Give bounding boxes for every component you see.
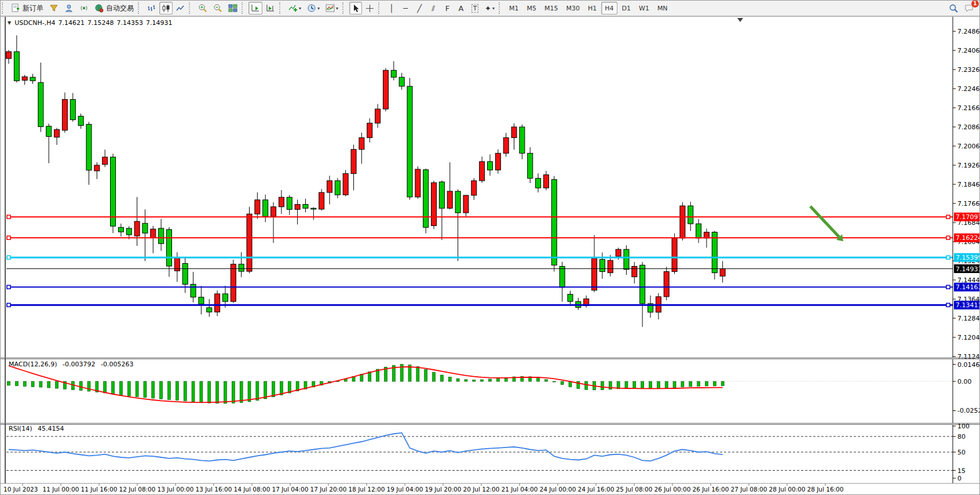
level-marker-right[interactable] bbox=[946, 236, 950, 239]
auto-scroll-button[interactable] bbox=[248, 2, 262, 14]
macd-histogram-bar bbox=[649, 381, 652, 389]
level-marker-right[interactable] bbox=[946, 285, 950, 289]
bar-chart-button[interactable] bbox=[145, 2, 158, 14]
notifications-button[interactable]: 1 bbox=[962, 2, 977, 14]
chart-menu-icon[interactable]: ▼ bbox=[8, 20, 11, 26]
candle-bull bbox=[471, 181, 477, 195]
level-marker-left[interactable] bbox=[7, 285, 10, 289]
vertical-line-button[interactable]: │ bbox=[385, 2, 398, 14]
candle-bull bbox=[231, 264, 236, 301]
level-marker-left[interactable] bbox=[7, 303, 10, 307]
arrows-button[interactable]: ✦▾ bbox=[482, 2, 497, 14]
candle-bear bbox=[222, 294, 228, 301]
line-chart-button[interactable] bbox=[174, 2, 187, 14]
text-label-button[interactable]: T bbox=[469, 2, 481, 14]
candle-bear bbox=[551, 180, 557, 265]
level-price-label: 7.13411 bbox=[956, 301, 980, 309]
auto-trading-label: 自动交易 bbox=[106, 3, 134, 13]
equidistant-channel-button[interactable]: ⫽ bbox=[427, 2, 440, 14]
cursor-button[interactable] bbox=[349, 2, 362, 14]
tile-windows-button[interactable] bbox=[226, 2, 240, 14]
macd-histogram-bar bbox=[440, 375, 443, 381]
macd-histogram-bar bbox=[119, 381, 122, 395]
toolbar-grip[interactable] bbox=[378, 2, 383, 14]
timeframe-h1[interactable]: H1 bbox=[584, 2, 600, 14]
macd-histogram-bar bbox=[585, 381, 588, 390]
macd-axis-label: 0.014691 bbox=[957, 361, 980, 369]
time-axis-label: 26 Jul 16:00 bbox=[693, 486, 729, 493]
zoom-in-button[interactable] bbox=[196, 2, 210, 14]
macd-histogram-bar bbox=[184, 381, 187, 401]
macd-histogram-bar bbox=[31, 381, 34, 387]
level-marker-right[interactable] bbox=[946, 303, 950, 307]
y-axis-tick-label: 7.24060 bbox=[957, 47, 980, 54]
timeframe-mn[interactable]: MN bbox=[654, 2, 671, 14]
timeframe-h4[interactable]: H4 bbox=[601, 2, 617, 14]
macd-histogram-bar bbox=[144, 381, 147, 398]
candle-bear bbox=[142, 223, 148, 233]
chart-window[interactable]: 7.248607.240607.232607.224607.216607.208… bbox=[1, 16, 980, 495]
toolbar-grip[interactable] bbox=[2, 2, 7, 14]
auto-trading-button[interactable]: 自动交易 bbox=[92, 2, 136, 14]
indicators-button[interactable]: ▾ bbox=[286, 2, 303, 14]
candle-bear bbox=[423, 170, 429, 227]
level-price-label: 7.16224 bbox=[956, 234, 980, 242]
dropdown-arrow-icon: ▾ bbox=[492, 6, 495, 11]
timeframe-d1[interactable]: D1 bbox=[619, 2, 634, 14]
macd-histogram-bar bbox=[23, 381, 26, 386]
line-chart-icon bbox=[176, 4, 185, 13]
candle-bull bbox=[247, 214, 252, 271]
macd-name: MACD(12,26,9) bbox=[9, 361, 57, 368]
cursor-icon bbox=[352, 4, 360, 13]
candlestick-chart-button[interactable] bbox=[159, 2, 173, 14]
candle-bull bbox=[255, 200, 260, 214]
timeframe-m5[interactable]: M5 bbox=[523, 2, 540, 14]
trendline-button[interactable]: ╱ bbox=[413, 2, 426, 14]
toolbar-grip[interactable] bbox=[499, 2, 504, 14]
candle-bear bbox=[191, 284, 196, 297]
search-button[interactable] bbox=[946, 2, 961, 14]
ohlc-close: 7.14931 bbox=[146, 19, 173, 27]
chart-title: ▼ USDCNH-,H4 7.14621 7.15248 7.14353 7.1… bbox=[8, 19, 175, 27]
timeframe-m1[interactable]: M1 bbox=[506, 2, 522, 14]
chart-shift-button[interactable] bbox=[264, 2, 277, 14]
toolbar-grip[interactable] bbox=[342, 2, 348, 14]
signal-button[interactable] bbox=[77, 2, 91, 14]
level-marker-right[interactable] bbox=[946, 256, 950, 259]
toolbar-grip[interactable] bbox=[242, 2, 247, 14]
timeframe-m15[interactable]: M15 bbox=[541, 2, 562, 14]
macd-histogram-bar bbox=[665, 381, 668, 388]
bar-chart-icon bbox=[147, 4, 156, 13]
time-axis-label: 18 Jul 12:00 bbox=[349, 486, 385, 493]
toolbar-grip[interactable] bbox=[279, 2, 284, 14]
candle-bull bbox=[720, 269, 725, 276]
ohlc-low: 7.14353 bbox=[117, 19, 144, 27]
horizontal-line-button[interactable]: ─ bbox=[399, 2, 412, 14]
toolbar-grip[interactable] bbox=[189, 2, 194, 14]
macd-histogram-bar bbox=[168, 381, 171, 399]
templates-button[interactable]: ▾ bbox=[323, 2, 341, 14]
toolbar-grip[interactable] bbox=[138, 2, 143, 14]
macd-histogram-bar bbox=[697, 381, 700, 386]
level-marker-left[interactable] bbox=[7, 256, 10, 259]
level-marker-left[interactable] bbox=[7, 236, 10, 239]
level-marker-right[interactable] bbox=[946, 215, 950, 219]
candle-bear bbox=[30, 77, 35, 81]
y-axis-tick-label: 7.19260 bbox=[957, 162, 980, 169]
macd-histogram-bar bbox=[537, 378, 540, 381]
level-marker-left[interactable] bbox=[7, 215, 10, 219]
timeframe-m30[interactable]: M30 bbox=[562, 2, 583, 14]
timeframe-w1[interactable]: W1 bbox=[635, 2, 653, 14]
candle-bull bbox=[616, 249, 621, 256]
time-axis-label: 13 Jul 16:00 bbox=[196, 486, 232, 493]
zoom-out-button[interactable] bbox=[211, 2, 225, 14]
crosshair-button[interactable] bbox=[363, 2, 376, 14]
profile-button[interactable] bbox=[62, 2, 76, 14]
macd-histogram-bar bbox=[240, 381, 243, 403]
chart-canvas[interactable]: 7.248607.240607.232607.224607.216607.208… bbox=[1, 16, 980, 495]
text-button[interactable]: A bbox=[455, 2, 467, 14]
fibonacci-button[interactable]: F bbox=[441, 2, 454, 14]
new-order-button[interactable]: 新订单 bbox=[9, 2, 46, 14]
periods-button[interactable]: ▾ bbox=[305, 2, 322, 14]
funnel-button[interactable] bbox=[47, 2, 61, 14]
